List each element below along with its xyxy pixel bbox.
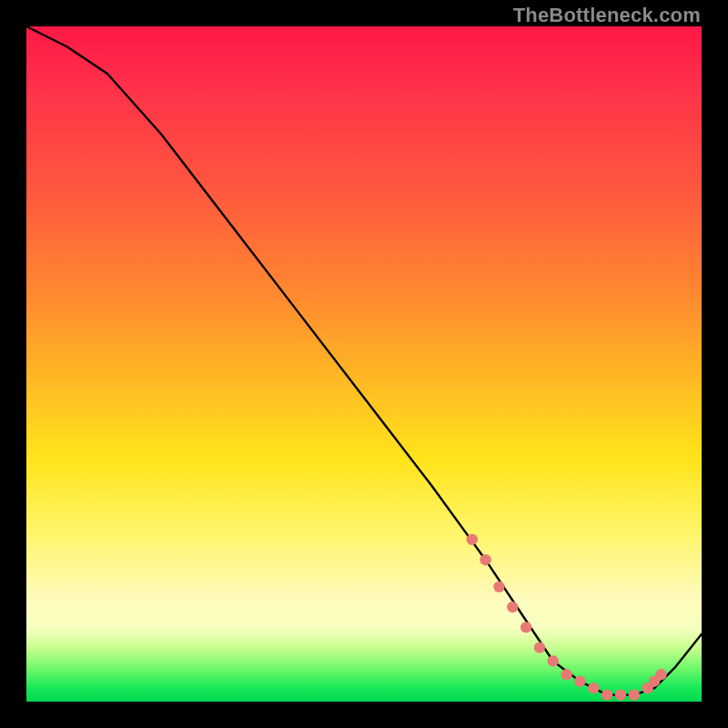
marker-point xyxy=(588,682,599,693)
marker-point xyxy=(493,581,504,592)
marker-point xyxy=(548,655,559,666)
chart-overlay xyxy=(26,26,702,702)
marker-point xyxy=(507,602,518,612)
marker-point xyxy=(602,689,612,700)
marker-point xyxy=(655,669,666,680)
marker-point xyxy=(629,689,640,700)
chart-frame: TheBottleneck.com xyxy=(0,0,728,728)
marker-point xyxy=(561,669,571,680)
marker-point xyxy=(615,689,626,700)
watermark-label: TheBottleneck.com xyxy=(513,4,701,27)
marker-group xyxy=(467,534,667,701)
marker-point xyxy=(521,622,531,632)
marker-point xyxy=(534,642,545,652)
marker-point xyxy=(574,676,585,687)
bottleneck-curve xyxy=(26,26,702,695)
marker-point xyxy=(467,534,478,545)
marker-point xyxy=(480,554,490,565)
